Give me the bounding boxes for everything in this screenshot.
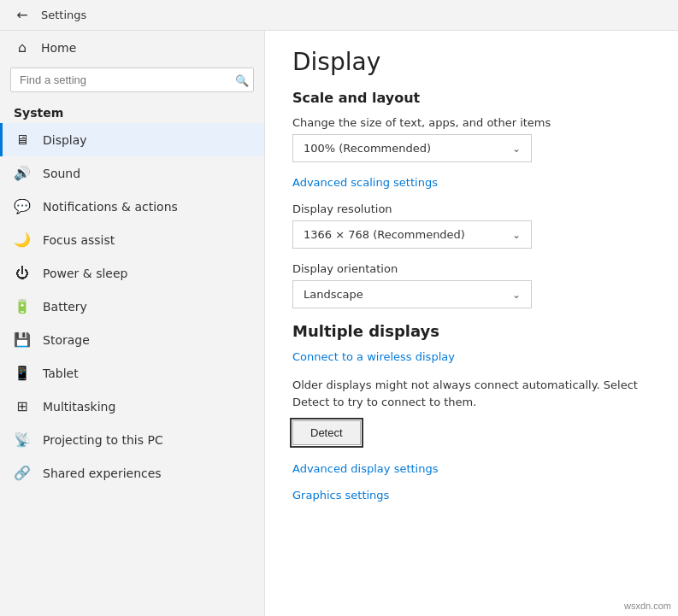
sidebar-item-tablet[interactable]: 📱Tablet bbox=[0, 356, 264, 390]
scale-dropdown-chevron: ⌄ bbox=[512, 143, 521, 155]
system-section-label: System bbox=[0, 99, 264, 123]
sidebar-item-label-storage: Storage bbox=[43, 333, 90, 347]
orientation-dropdown[interactable]: Landscape ⌄ bbox=[292, 280, 532, 308]
detect-button[interactable]: Detect bbox=[292, 420, 361, 445]
sound-icon: 🔊 bbox=[14, 165, 31, 181]
sidebar-item-power-sleep[interactable]: ⏻Power & sleep bbox=[0, 256, 264, 290]
main-layout: ⌂ Home 🔍 System 🖥Display🔊Sound💬Notificat… bbox=[0, 31, 678, 616]
nav-items-list: 🖥Display🔊Sound💬Notifications & actions🌙F… bbox=[0, 123, 264, 490]
sidebar-item-label-power-sleep: Power & sleep bbox=[43, 267, 127, 280]
home-icon: ⌂ bbox=[14, 39, 31, 56]
power-sleep-icon: ⏻ bbox=[14, 265, 31, 281]
sidebar-item-label-multitasking: Multitasking bbox=[43, 400, 115, 414]
sidebar-item-label-battery: Battery bbox=[43, 300, 87, 314]
title-bar: ← Settings bbox=[0, 0, 678, 31]
sidebar-item-projecting[interactable]: 📡Projecting to this PC bbox=[0, 423, 264, 456]
multiple-displays-description: Older displays might not always connect … bbox=[292, 377, 651, 410]
sidebar-item-battery[interactable]: 🔋Battery bbox=[0, 290, 264, 323]
sidebar-item-notifications[interactable]: 💬Notifications & actions bbox=[0, 190, 264, 223]
sidebar-item-label-focus-assist: Focus assist bbox=[43, 233, 115, 247]
sidebar-item-label-sound: Sound bbox=[43, 167, 80, 180]
connect-wireless-link[interactable]: Connect to a wireless display bbox=[292, 350, 651, 363]
sidebar-item-sound[interactable]: 🔊Sound bbox=[0, 156, 264, 190]
scale-section-title: Scale and layout bbox=[292, 90, 651, 106]
orientation-label: Display orientation bbox=[292, 262, 651, 275]
change-size-label: Change the size of text, apps, and other… bbox=[292, 116, 651, 129]
orientation-dropdown-value: Landscape bbox=[304, 288, 363, 301]
back-button[interactable]: ← bbox=[10, 3, 34, 27]
advanced-display-link[interactable]: Advanced display settings bbox=[292, 462, 651, 475]
tablet-icon: 📱 bbox=[14, 365, 31, 381]
sidebar-item-label-display: Display bbox=[43, 133, 87, 147]
sidebar-item-label-projecting: Projecting to this PC bbox=[43, 433, 163, 447]
storage-icon: 💾 bbox=[14, 331, 31, 348]
sidebar: ⌂ Home 🔍 System 🖥Display🔊Sound💬Notificat… bbox=[0, 31, 265, 616]
sidebar-item-multitasking[interactable]: ⊞Multitasking bbox=[0, 390, 264, 423]
notifications-icon: 💬 bbox=[14, 198, 31, 214]
sidebar-item-display[interactable]: 🖥Display bbox=[0, 123, 264, 156]
graphics-settings-link[interactable]: Graphics settings bbox=[292, 489, 651, 502]
sidebar-item-label-notifications: Notifications & actions bbox=[43, 200, 178, 214]
search-icon[interactable]: 🔍 bbox=[235, 73, 249, 86]
watermark: wsxdn.com bbox=[624, 601, 671, 611]
search-box-container: 🔍 bbox=[10, 67, 254, 92]
display-icon: 🖥 bbox=[14, 132, 31, 148]
home-label: Home bbox=[41, 41, 76, 55]
resolution-dropdown-chevron: ⌄ bbox=[512, 229, 521, 241]
content-area: Display Scale and layout Change the size… bbox=[265, 31, 678, 616]
battery-icon: 🔋 bbox=[14, 298, 31, 314]
sidebar-item-label-tablet: Tablet bbox=[43, 367, 79, 380]
resolution-dropdown-value: 1366 × 768 (Recommended) bbox=[304, 228, 465, 241]
multiple-displays-title: Multiple displays bbox=[292, 322, 651, 340]
resolution-label: Display resolution bbox=[292, 202, 651, 215]
orientation-dropdown-chevron: ⌄ bbox=[512, 289, 521, 301]
sidebar-item-label-shared-experiences: Shared experiences bbox=[43, 466, 162, 480]
projecting-icon: 📡 bbox=[14, 431, 31, 448]
sidebar-item-home[interactable]: ⌂ Home bbox=[0, 31, 264, 64]
advanced-scaling-link[interactable]: Advanced scaling settings bbox=[292, 176, 651, 189]
search-input[interactable] bbox=[10, 67, 254, 92]
title-bar-title: Settings bbox=[41, 9, 86, 21]
shared-experiences-icon: 🔗 bbox=[14, 465, 31, 481]
scale-dropdown[interactable]: 100% (Recommended) ⌄ bbox=[292, 134, 532, 162]
page-title: Display bbox=[292, 48, 651, 76]
sidebar-item-shared-experiences[interactable]: 🔗Shared experiences bbox=[0, 456, 264, 490]
sidebar-item-focus-assist[interactable]: 🌙Focus assist bbox=[0, 223, 264, 256]
multitasking-icon: ⊞ bbox=[14, 398, 31, 414]
focus-assist-icon: 🌙 bbox=[14, 232, 31, 248]
sidebar-item-storage[interactable]: 💾Storage bbox=[0, 323, 264, 356]
back-icon: ← bbox=[16, 7, 27, 23]
resolution-dropdown[interactable]: 1366 × 768 (Recommended) ⌄ bbox=[292, 220, 532, 249]
scale-dropdown-value: 100% (Recommended) bbox=[304, 142, 431, 155]
